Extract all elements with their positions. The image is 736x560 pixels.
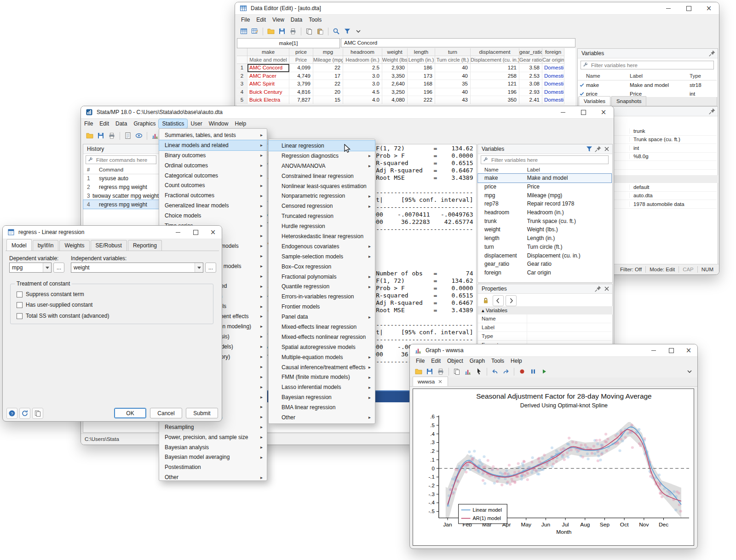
submenu-item[interactable]: Constrained linear regression: [269, 171, 375, 181]
dialog-tab[interactable]: SE/Robust: [91, 240, 127, 251]
cell-weight[interactable]: 3,350: [382, 72, 408, 80]
eye-icon[interactable]: [134, 131, 144, 141]
col-name[interactable]: Name: [586, 73, 630, 79]
menu-item[interactable]: Window: [206, 119, 232, 128]
column-header[interactable]: mpg: [313, 48, 343, 56]
save-icon[interactable]: [277, 26, 287, 36]
property-value[interactable]: default: [629, 184, 715, 190]
cell-turn[interactable]: 40: [435, 88, 471, 97]
property-value[interactable]: 1978 automobile data: [629, 201, 715, 207]
cell-price[interactable]: 4,816: [289, 88, 313, 97]
record-icon[interactable]: [517, 366, 527, 377]
cell-turn[interactable]: 43: [435, 96, 471, 104]
cell-mpg[interactable]: 22: [313, 80, 343, 88]
dialog-button[interactable]: Submit: [186, 408, 218, 418]
statistics-menu-item[interactable]: Count outcomes ▸: [159, 180, 267, 190]
submenu-item[interactable]: Frontier models: [269, 302, 375, 312]
folder-icon[interactable]: [266, 26, 276, 36]
property-value[interactable]: Trunk space (cu. ft.): [629, 137, 715, 142]
menu-item[interactable]: Statistics: [159, 119, 187, 128]
cell-weight[interactable]: 3,250: [382, 88, 408, 97]
variable-row[interactable]: make Make and model: [478, 174, 611, 183]
cell-gear-ratio[interactable]: 3.08: [519, 80, 542, 88]
cell-make[interactable]: AMC Concord: [247, 64, 289, 72]
col-label[interactable]: Label: [527, 167, 611, 172]
close-button[interactable]: ×: [699, 2, 719, 14]
dialog-tab[interactable]: Weights: [59, 240, 89, 251]
maximize-button[interactable]: [662, 344, 680, 356]
close-button[interactable]: ×: [680, 344, 697, 356]
cell-length[interactable]: 196: [408, 88, 435, 97]
cell-headroom[interactable]: 4.5: [343, 88, 382, 97]
statistics-menu-item[interactable]: Fractional outcomes ▸: [159, 190, 267, 200]
submenu-item[interactable]: Panel data ▸: [269, 312, 375, 322]
variable-row[interactable]: displacement Displacement (cu. in.): [478, 251, 611, 260]
menu-item[interactable]: Help: [507, 356, 525, 366]
menu-item[interactable]: Data: [288, 15, 305, 24]
dialog-button[interactable]: OK: [114, 408, 146, 418]
minimize-button[interactable]: [169, 226, 187, 239]
statistics-menu-item[interactable]: Binary outcomes ▸: [159, 150, 267, 160]
property-value[interactable]: trunk: [629, 128, 715, 134]
submenu-item[interactable]: Errors-in-variables regression: [269, 291, 375, 302]
cell-headroom[interactable]: 3.0: [343, 80, 382, 88]
submenu-item[interactable]: Multiple-equation models ▸: [269, 352, 375, 362]
dependent-variable-combo[interactable]: mpg: [9, 263, 52, 273]
pin-icon[interactable]: [594, 285, 602, 292]
cell-turn[interactable]: 35: [435, 80, 471, 88]
funnel-icon[interactable]: [585, 145, 593, 153]
dialog-tab[interactable]: by/if/in: [33, 240, 59, 251]
cell-length[interactable]: 222: [408, 96, 435, 104]
save-icon[interactable]: [96, 131, 106, 141]
statistics-menu-item[interactable]: Bayesian model averaging ▸: [159, 452, 267, 463]
checkbox[interactable]: [17, 291, 23, 297]
menu-item[interactable]: Data: [112, 119, 130, 128]
data-editor-titlebar[interactable]: Data Editor (Edit) - [auto.dta]: [235, 2, 719, 15]
print-icon[interactable]: [288, 26, 298, 36]
panel-tab[interactable]: Snapshots: [611, 96, 646, 106]
menu-item[interactable]: User: [187, 119, 205, 128]
menu-item[interactable]: View: [269, 15, 288, 24]
variable-row[interactable]: weight Weight (lbs.): [478, 225, 611, 234]
menu-item[interactable]: Edit: [96, 119, 112, 128]
cell-gear-ratio[interactable]: 2.41: [519, 96, 542, 104]
property-value[interactable]: [527, 332, 610, 340]
panel-tab[interactable]: Variables: [579, 96, 610, 106]
statistics-menu-item[interactable]: Ordinal outcomes ▸: [159, 160, 267, 171]
cell-weight[interactable]: 2,640: [382, 80, 408, 88]
chevd-icon[interactable]: [353, 26, 363, 36]
submenu-item[interactable]: Nonparametric regression ▸: [269, 191, 375, 201]
statistics-menu-item[interactable]: Generalized linear models ▸: [159, 200, 267, 211]
pause-icon[interactable]: [528, 366, 538, 377]
pointer-icon[interactable]: [474, 366, 484, 377]
submenu-item[interactable]: Nonlinear least-squares estimation: [269, 181, 375, 191]
cell-reference-box[interactable]: make[1]: [237, 38, 340, 48]
statistics-menu-item[interactable]: Categorical outcomes ▸: [159, 171, 267, 181]
close-tab-icon[interactable]: [437, 379, 443, 384]
menu-item[interactable]: Graphics: [130, 119, 159, 128]
graph-tab[interactable]: wwwsa: [413, 377, 448, 386]
toolbar-overflow-icon[interactable]: [684, 366, 695, 377]
variable-row[interactable]: make Make and model str18: [578, 81, 717, 90]
variable-row[interactable]: trunk Trunk space (cu. ft.): [478, 217, 611, 225]
pin-icon[interactable]: [708, 107, 716, 115]
cell-length[interactable]: 173: [408, 72, 435, 80]
next-variable-button[interactable]: [506, 295, 517, 306]
statistics-menu-item[interactable]: Choice models ▸: [159, 211, 267, 221]
dialog-tab[interactable]: Reporting: [128, 240, 162, 251]
history-row[interactable]: 4 regress mpg weight: [83, 200, 159, 209]
help-icon[interactable]: [6, 408, 17, 419]
independent-variables-browse-button[interactable]: ...: [205, 263, 216, 273]
property-value[interactable]: int: [629, 145, 715, 151]
cell-value-box[interactable]: AMC Concord: [341, 38, 575, 47]
variable-row[interactable]: price Price: [478, 183, 611, 191]
menu-item[interactable]: File: [81, 119, 96, 128]
cell-displacement[interactable]: 196: [471, 88, 519, 97]
column-header[interactable]: length: [408, 48, 435, 56]
column-header[interactable]: gear_ratio: [519, 48, 542, 56]
history-row[interactable]: 1 sysuse auto: [83, 174, 159, 183]
folder-icon[interactable]: [85, 131, 95, 141]
checkbox[interactable]: [17, 313, 23, 319]
cell-displacement[interactable]: 258: [471, 72, 519, 80]
statistics-menu-item[interactable]: Power, precision, and sample size ▸: [159, 432, 267, 442]
